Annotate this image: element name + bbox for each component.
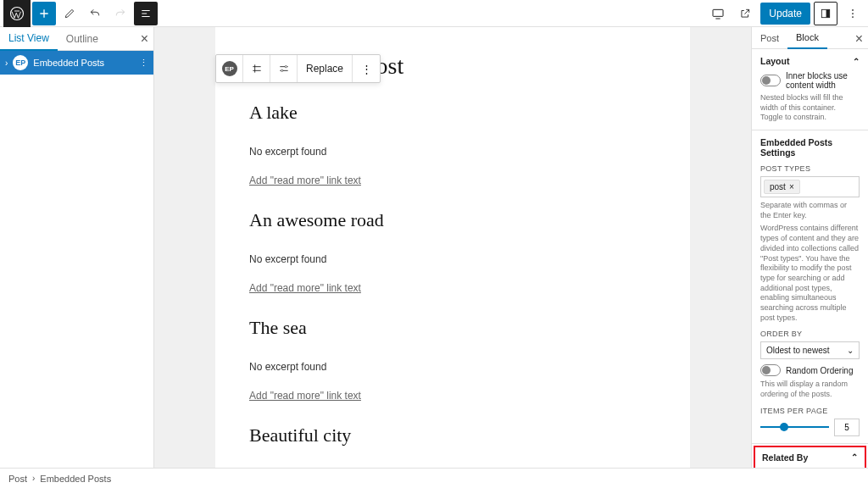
settings-sidebar: Post Block × Layout⌃ Inner blocks use co…	[751, 27, 868, 468]
post-types-label: POST TYPES	[760, 164, 860, 173]
settings-panel-toggle[interactable]	[814, 2, 837, 25]
excerpt-text: No excerpt found	[249, 253, 656, 265]
chevron-right-icon: ›	[32, 474, 35, 483]
svg-point-7	[285, 66, 287, 68]
breadcrumb-item[interactable]: Embedded Posts	[40, 474, 111, 484]
align-button[interactable]	[243, 55, 270, 82]
document-overview-button[interactable]	[134, 2, 158, 25]
svg-point-4	[852, 9, 854, 11]
tab-outline[interactable]: Outline	[58, 28, 107, 50]
preview-external-icon[interactable]	[733, 2, 757, 25]
items-per-page-slider[interactable]	[760, 426, 829, 428]
embedded-post-heading: The sea	[249, 317, 656, 339]
random-ordering-toggle[interactable]	[760, 364, 781, 376]
related-by-header[interactable]: Related By⌃	[762, 452, 858, 463]
breadcrumb-bar: Post › Embedded Posts	[0, 468, 868, 488]
add-block-button[interactable]	[32, 2, 56, 25]
more-options-icon[interactable]	[841, 2, 865, 25]
svg-point-5	[852, 13, 854, 14]
separate-hint: Separate with commas or the Enter key.	[760, 201, 860, 220]
random-help: This will display a random ordering of t…	[760, 380, 860, 399]
wordpress-logo-icon[interactable]	[3, 0, 31, 27]
read-more-link[interactable]: Add "read more" link text	[249, 175, 361, 186]
close-settings-icon[interactable]: ×	[855, 31, 863, 47]
svg-rect-3	[826, 9, 830, 17]
post-types-desc: WordPress contains different types of co…	[760, 224, 860, 323]
list-item-more-icon[interactable]: ⋮	[139, 58, 148, 69]
tab-post[interactable]: Post	[752, 28, 787, 48]
list-view-panel: List View Outline × › EP Embedded Posts …	[0, 27, 154, 468]
chevron-right-icon: ›	[5, 58, 8, 68]
excerpt-text: No excerpt found	[249, 361, 656, 373]
excerpt-text: No excerpt found	[249, 146, 656, 158]
post-type-chip[interactable]: post ×	[764, 180, 800, 194]
undo-button[interactable]	[83, 2, 107, 25]
tab-list-view[interactable]: List View	[0, 27, 58, 51]
embedded-post-heading: An awesome road	[249, 209, 656, 231]
order-by-label: ORDER BY	[760, 330, 860, 338]
document-content[interactable]: Yet another post A lake No excerpt found…	[215, 27, 690, 468]
items-per-page-label: ITEMS PER PAGE	[760, 407, 860, 415]
order-by-select[interactable]: Oldest to newest⌄	[760, 341, 860, 359]
read-more-link[interactable]: Add "read more" link text	[249, 390, 361, 402]
svg-point-6	[852, 16, 854, 18]
redo-button[interactable]	[108, 2, 132, 25]
view-desktop-icon[interactable]	[706, 2, 730, 25]
embedded-posts-badge-icon: EP	[13, 55, 28, 70]
toggle-label: Random Ordering	[786, 366, 853, 375]
block-type-icon[interactable]: EP	[216, 55, 243, 82]
inner-width-toggle[interactable]	[760, 75, 781, 86]
breadcrumb-item[interactable]: Post	[8, 474, 27, 484]
embedded-post-heading: A lake	[249, 102, 656, 124]
update-button[interactable]: Update	[760, 3, 810, 25]
svg-point-8	[281, 69, 282, 71]
layout-help-text: Nested blocks will fill the width of thi…	[760, 93, 860, 123]
replace-button[interactable]: Replace	[298, 55, 353, 82]
editor-canvas[interactable]: EP Replace ⋮ Yet another post A lake No …	[154, 27, 751, 468]
remove-chip-icon[interactable]: ×	[789, 182, 794, 191]
settings-icon-button[interactable]	[270, 55, 298, 82]
embedded-post-heading: Beautiful city	[249, 424, 656, 446]
block-toolbar: EP Replace ⋮	[215, 54, 381, 83]
svg-rect-1	[713, 9, 723, 16]
list-item-label: Embedded Posts	[33, 58, 104, 68]
top-toolbar: Update	[0, 0, 868, 27]
items-per-page-input[interactable]	[834, 419, 860, 436]
embedded-settings-header[interactable]: Embedded Posts Settings	[760, 137, 860, 158]
edit-tool-button[interactable]	[58, 2, 81, 25]
related-by-highlight: Related By⌃ Categories Tags Author	[754, 446, 866, 468]
block-more-icon[interactable]: ⋮	[353, 55, 380, 82]
list-item-embedded-posts[interactable]: › EP Embedded Posts ⋮	[0, 51, 153, 75]
close-list-view-icon[interactable]: ×	[141, 31, 148, 47]
read-more-link[interactable]: Add "read more" link text	[249, 282, 361, 294]
layout-section-header[interactable]: Layout⌃	[760, 56, 860, 66]
tab-block[interactable]: Block	[787, 27, 827, 49]
toggle-label: Inner blocks use content width	[786, 71, 860, 90]
